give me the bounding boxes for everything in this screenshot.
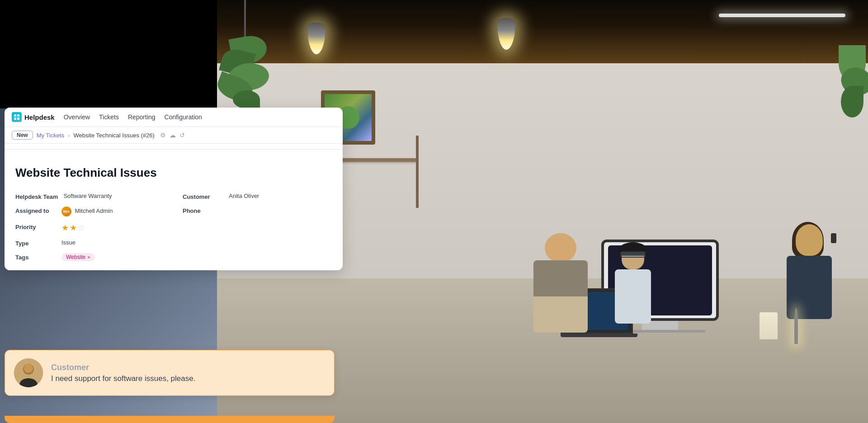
field-type: Type Issue	[15, 239, 165, 247]
helpdesk-team-value: Software Warranty	[63, 193, 112, 199]
ticket-title: Website Technical Issues	[15, 166, 332, 180]
breadcrumb-separator: ›	[68, 132, 70, 139]
field-phone: Phone	[183, 207, 332, 216]
nav-link-reporting[interactable]: Reporting	[128, 113, 156, 121]
star-2[interactable]: ★	[70, 223, 77, 233]
star-3[interactable]: ☆	[78, 223, 85, 233]
new-badge-button[interactable]: New	[12, 131, 33, 140]
field-helpdesk-team: Helpdesk Team Software Warranty	[15, 193, 165, 200]
star-1[interactable]: ★	[61, 223, 69, 233]
brand-name: Helpdesk	[24, 113, 55, 121]
svg-rect-2	[14, 118, 16, 120]
bottom-accent-bar	[5, 416, 335, 423]
assigned-to-value: MA Mitchell Admin	[61, 207, 113, 216]
cloud-icon[interactable]: ☁	[170, 132, 176, 139]
type-label: Type	[15, 239, 56, 247]
assigned-avatar: MA	[61, 207, 71, 216]
tag-website-badge: Website ×	[61, 253, 95, 261]
dark-top-left	[0, 0, 226, 108]
svg-rect-0	[14, 114, 16, 117]
fields-grid: Helpdesk Team Software Warranty Customer…	[15, 193, 332, 261]
customer-label: Customer	[183, 193, 223, 200]
field-customer: Customer Anita Oliver	[183, 193, 332, 200]
customer-value: Anita Oliver	[229, 193, 259, 199]
assigned-to-label: Assigned to	[15, 207, 56, 214]
field-empty-right	[183, 223, 332, 233]
logo-icon	[12, 112, 22, 122]
gear-icon[interactable]: ⚙	[160, 132, 166, 139]
priority-stars: ★ ★ ☆	[61, 223, 85, 233]
helpdesk-card: Helpdesk Overview Tickets Reporting Conf…	[5, 108, 343, 270]
nav-bar: Helpdesk Overview Tickets Reporting Conf…	[5, 108, 343, 127]
nav-links: Overview Tickets Reporting Configuration	[64, 113, 202, 121]
tag-website-text: Website	[66, 254, 85, 260]
customer-avatar	[14, 358, 43, 387]
tag-remove-button[interactable]: ×	[87, 254, 90, 260]
nav-link-configuration[interactable]: Configuration	[165, 113, 202, 121]
type-value: Issue	[61, 239, 75, 246]
breadcrumb-bar: New My Tickets › Website Technical Issue…	[5, 127, 343, 144]
svg-rect-1	[17, 114, 19, 117]
field-priority: Priority ★ ★ ☆	[15, 223, 165, 233]
main-content: Website Technical Issues Helpdesk Team S…	[5, 155, 343, 270]
tags-label: Tags	[15, 253, 56, 261]
phone-label: Phone	[183, 207, 223, 214]
customer-text-block: Customer I need support for software iss…	[51, 363, 195, 383]
breadcrumb-parent-link[interactable]: My Tickets	[37, 132, 64, 139]
customer-chat-card: Customer I need support for software iss…	[5, 350, 335, 396]
customer-role-label: Customer	[51, 363, 195, 372]
nav-link-overview[interactable]: Overview	[64, 113, 90, 121]
refresh-icon[interactable]: ↺	[179, 132, 185, 139]
field-empty-right-2	[183, 239, 332, 247]
field-tags: Tags Website ×	[15, 253, 165, 261]
breadcrumb-current: Website Technical Issues (#26)	[73, 132, 154, 139]
divider	[5, 149, 343, 150]
helpdesk-team-label: Helpdesk Team	[15, 193, 58, 200]
svg-rect-3	[17, 118, 19, 120]
customer-message-text: I need support for software issues, plea…	[51, 374, 195, 383]
priority-label: Priority	[15, 223, 56, 230]
nav-logo[interactable]: Helpdesk	[12, 112, 55, 122]
svg-point-7	[24, 364, 33, 373]
nav-link-tickets[interactable]: Tickets	[99, 113, 119, 121]
breadcrumb-icons: ⚙ ☁ ↺	[160, 132, 185, 139]
field-assigned-to: Assigned to MA Mitchell Admin	[15, 207, 165, 216]
